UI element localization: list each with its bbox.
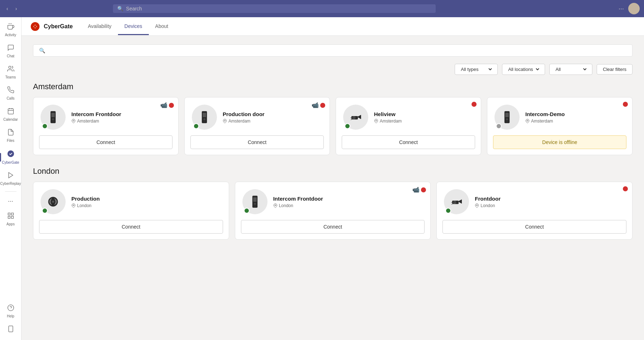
sidebar-item-device[interactable] xyxy=(1,322,20,337)
device-location: Amsterdam xyxy=(71,119,171,124)
sidebar-item-cyberreplay[interactable]: CyberReplay xyxy=(1,169,20,188)
sidebar-item-files-label: Files xyxy=(7,139,14,143)
connect-button[interactable]: Connect xyxy=(342,135,475,149)
connect-button[interactable]: Connect xyxy=(39,220,223,234)
device-search-input[interactable] xyxy=(48,48,626,53)
svg-point-32 xyxy=(353,116,355,119)
files-icon xyxy=(7,129,14,138)
svg-point-24 xyxy=(73,120,74,121)
svg-marker-9 xyxy=(9,173,13,178)
sidebar-item-cyberreplay-label: CyberReplay xyxy=(0,182,21,186)
more-options-icon[interactable]: ··· xyxy=(619,5,624,13)
svg-point-35 xyxy=(376,120,377,121)
card-footer: Connect xyxy=(33,135,178,155)
clear-filters-button[interactable]: Clear filters xyxy=(597,64,633,75)
sidebar-item-more[interactable]: ··· xyxy=(1,195,20,208)
sidebar-item-calls-label: Calls xyxy=(6,96,14,100)
card-footer: Device is offline xyxy=(487,135,632,155)
svg-rect-12 xyxy=(8,216,10,219)
device-card-production-door-ams: 📹 xyxy=(184,97,330,155)
device-card-intercom-frontdoor-lon: 📹 xyxy=(235,182,431,240)
card-body: Production London xyxy=(33,182,229,220)
all-types-filter[interactable]: All types Intercom Camera Speaker xyxy=(455,64,498,75)
apps-icon xyxy=(7,212,14,221)
search-icon: 🔍 xyxy=(39,48,45,53)
search-icon: 🔍 xyxy=(117,6,123,11)
nav-back-button[interactable]: ‹ xyxy=(4,4,10,13)
search-input[interactable] xyxy=(126,6,431,11)
card-indicators: 📹 xyxy=(412,186,426,193)
sidebar-item-apps[interactable]: Apps xyxy=(1,209,20,229)
amsterdam-group: Amsterdam 📹 xyxy=(33,82,633,155)
device-name: Production xyxy=(71,196,222,202)
video-camera-icon: 📹 xyxy=(412,186,420,193)
sidebar-item-calendar[interactable]: Calendar xyxy=(1,105,20,124)
connect-button[interactable]: Connect xyxy=(39,135,172,149)
all-types-select[interactable]: All types Intercom Camera Speaker xyxy=(459,66,493,72)
recording-indicator xyxy=(320,103,325,108)
device-icon-wrap xyxy=(444,189,469,214)
svg-rect-10 xyxy=(8,213,10,215)
card-indicators xyxy=(623,186,628,191)
connect-button[interactable]: Connect xyxy=(241,220,425,234)
nav-forward-button[interactable]: › xyxy=(13,4,19,13)
all-locations-filter[interactable]: All locations Amsterdam London xyxy=(502,64,545,75)
device-card-production-lon: Production London Connect xyxy=(33,182,229,240)
card-indicators xyxy=(472,102,477,107)
sidebar-item-files[interactable]: Files xyxy=(1,126,20,145)
svg-rect-47 xyxy=(254,206,256,206)
sidebar-item-help-label: Help xyxy=(7,314,14,318)
connect-button[interactable]: Connect xyxy=(190,135,324,149)
all-locations-select[interactable]: All locations Amsterdam London xyxy=(507,66,540,72)
device-search-bar: 🔍 xyxy=(33,44,633,57)
device-icon-wrap xyxy=(41,189,66,214)
nav-about[interactable]: About xyxy=(149,18,175,35)
sidebar-item-cybergate[interactable]: CyberGate xyxy=(1,147,20,167)
recording-indicator xyxy=(169,103,174,108)
svg-point-42 xyxy=(52,201,54,203)
svg-rect-45 xyxy=(253,197,257,202)
avatar[interactable] xyxy=(628,3,640,14)
nav-availability[interactable]: Availability xyxy=(81,18,118,35)
svg-point-8 xyxy=(7,150,14,157)
chat-icon xyxy=(7,44,14,53)
device-location: London xyxy=(475,203,625,208)
help-icon xyxy=(7,304,14,313)
sidebar-item-teams[interactable]: Teams xyxy=(1,62,20,82)
svg-rect-21 xyxy=(51,113,55,117)
sidebar-item-activity[interactable]: Activity xyxy=(1,20,20,40)
content: 🔍 All types Intercom Camera Speaker All … xyxy=(22,36,644,340)
device-icon xyxy=(7,325,14,334)
amsterdam-devices-grid: 📹 xyxy=(33,97,633,155)
card-footer: Connect xyxy=(437,220,632,239)
sidebar-item-cybergate-label: CyberGate xyxy=(2,161,19,164)
svg-point-40 xyxy=(527,120,528,121)
status-filter[interactable]: All Online Offline xyxy=(549,64,592,75)
sidebar-item-help[interactable]: Help xyxy=(1,301,20,321)
nav-devices[interactable]: Devices xyxy=(118,18,149,35)
svg-point-19 xyxy=(34,25,37,28)
device-icon-wrap xyxy=(242,189,267,214)
sidebar-item-calls[interactable]: Calls xyxy=(1,83,20,103)
london-title: London xyxy=(33,167,633,176)
recording-indicator xyxy=(623,102,628,107)
more-icon: ··· xyxy=(8,197,13,205)
status-select[interactable]: All Online Offline xyxy=(554,66,588,72)
device-name: Production door xyxy=(223,111,322,117)
device-name: Intercom Frontdoor xyxy=(71,111,171,117)
main-layout: Activity Chat Teams Calls Calendar xyxy=(0,17,644,340)
status-dot-online xyxy=(193,123,199,129)
sidebar-item-chat[interactable]: Chat xyxy=(1,41,20,61)
app-logo xyxy=(30,21,40,32)
device-info: Intercom Frontdoor London xyxy=(273,196,423,208)
status-dot-online xyxy=(345,123,350,129)
svg-rect-11 xyxy=(11,213,13,215)
calls-icon xyxy=(7,86,14,95)
recording-indicator xyxy=(623,186,628,191)
device-info: Production door Amsterdam xyxy=(223,111,322,124)
status-dot-online xyxy=(244,208,250,214)
sidebar-item-apps-label: Apps xyxy=(6,222,15,226)
card-body: Frontdoor London xyxy=(437,182,632,220)
connect-button[interactable]: Connect xyxy=(442,220,626,234)
app-area: CyberGate Availability Devices About 🔍 A… xyxy=(22,17,644,340)
